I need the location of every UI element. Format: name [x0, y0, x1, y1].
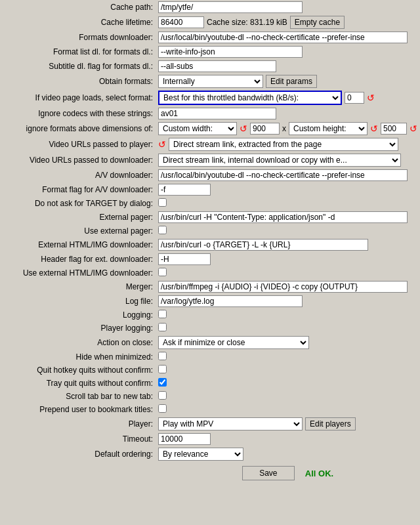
format-select-dropdown[interactable]: Best for this throttled bandwidth (kB/s)…	[158, 91, 342, 105]
label-prepend-user: Prepend user to bookmark titles:	[0, 403, 156, 416]
row-save: Save All OK.	[0, 462, 420, 484]
label-hide-minimized: Hide when minimized:	[0, 350, 156, 364]
row-use-external-pager: Use external pager:	[0, 224, 420, 238]
row-subtitle-dl: Subtitle dl. flag for formats dl.:	[0, 59, 420, 74]
row-ext-html-downloader: External HTML/IMG downloader:	[0, 238, 420, 252]
label-player-logging: Player logging:	[0, 322, 156, 335]
custom-width-select[interactable]: Custom width:	[158, 122, 237, 135]
use-ext-html-checkbox[interactable]	[158, 268, 167, 276]
video-urls-downloader-select[interactable]: Direct stream link, internal download or…	[158, 154, 401, 167]
no-target-dialog-checkbox[interactable]	[158, 198, 167, 207]
width-value-input[interactable]	[250, 123, 280, 135]
edit-players-button[interactable]: Edit players	[305, 417, 356, 430]
label-action-on-close: Action on close:	[0, 335, 156, 350]
label-ignore-codecs: Ignore codecs with these strings:	[0, 106, 156, 121]
label-quit-hotkey: Quit hotkey quits without confirm:	[0, 364, 156, 377]
bandwidth-value-input[interactable]	[345, 92, 364, 104]
height-value-input[interactable]	[381, 123, 407, 135]
player-select[interactable]: Play with MPV	[158, 417, 303, 430]
ignore-codecs-input[interactable]	[158, 108, 276, 119]
log-file-input[interactable]	[158, 295, 303, 307]
label-scroll-tab: Scroll tab bar to new tab:	[0, 390, 156, 403]
label-no-target-dialog: Do not ask for TARGET by dialog:	[0, 197, 156, 210]
label-format-list-dl: Format list dl. for formats dl.:	[0, 45, 156, 59]
row-obtain-formats: Obtain formats: Internally Edit params	[0, 74, 420, 89]
player-url-arrow-icon[interactable]: ↺	[158, 139, 166, 150]
row-formats-downloader: Formats downloader:	[0, 30, 420, 45]
label-timeout: Timeout:	[0, 432, 156, 446]
row-ignore-codecs: Ignore codecs with these strings:	[0, 106, 420, 121]
row-tray-quit: Tray quit quits without confirm:	[0, 377, 420, 390]
label-formats-downloader: Formats downloader:	[0, 30, 156, 45]
av-downloader-input[interactable]	[158, 169, 408, 181]
video-urls-player-select[interactable]: Direct stream link, extracted from the p…	[169, 138, 398, 151]
label-format-flag-av: Format flag for A/V downloader:	[0, 182, 156, 197]
label-log-file: Log file:	[0, 294, 156, 308]
format-arrow-icon[interactable]: ↺	[367, 93, 375, 103]
row-hide-minimized: Hide when minimized:	[0, 350, 420, 364]
label-use-ext-html: Use external HTML/IMG downloader:	[0, 266, 156, 280]
obtain-formats-select[interactable]: Internally	[158, 75, 263, 88]
row-prepend-user: Prepend user to bookmark titles:	[0, 403, 420, 416]
cache-path-input[interactable]	[158, 1, 303, 13]
row-log-file: Log file:	[0, 294, 420, 308]
quit-hotkey-checkbox[interactable]	[158, 365, 167, 373]
use-external-pager-checkbox[interactable]	[158, 226, 167, 234]
merger-input[interactable]	[158, 281, 408, 293]
hide-minimized-checkbox[interactable]	[158, 352, 167, 360]
height-arrow2-icon[interactable]: ↺	[410, 123, 417, 134]
tray-quit-checkbox[interactable]	[158, 378, 167, 387]
timeout-input[interactable]	[158, 433, 211, 445]
custom-height-select[interactable]: Custom height:	[289, 122, 368, 135]
label-merger: Merger:	[0, 280, 156, 294]
subtitle-dl-input[interactable]	[158, 60, 276, 72]
label-header-flag-ext: Header flag for ext. downloader:	[0, 252, 156, 266]
label-ext-html-downloader: External HTML/IMG downloader:	[0, 238, 156, 252]
label-cache-path: Cache path:	[0, 0, 156, 14]
scroll-tab-checkbox[interactable]	[158, 391, 167, 400]
external-pager-input[interactable]	[158, 211, 408, 223]
label-tray-quit: Tray quit quits without confirm:	[0, 377, 156, 390]
action-on-close-select[interactable]: Ask if minimize or close	[158, 336, 309, 349]
ext-html-downloader-input[interactable]	[158, 239, 368, 251]
row-scroll-tab: Scroll tab bar to new tab:	[0, 390, 420, 403]
label-logging: Logging:	[0, 308, 156, 322]
player-logging-checkbox[interactable]	[158, 323, 167, 331]
status-label: All OK.	[305, 469, 333, 478]
row-format-list-dl: Format list dl. for formats dl.:	[0, 45, 420, 59]
default-ordering-select[interactable]: By relevance	[158, 448, 243, 461]
prepend-user-checkbox[interactable]	[158, 404, 167, 413]
label-video-urls-downloader: Video URLs passed to downloader:	[0, 152, 156, 168]
width-arrow-icon[interactable]: ↺	[240, 123, 247, 134]
label-format-select: If video page loads, select format:	[0, 89, 156, 106]
label-default-ordering: Default ordering:	[0, 446, 156, 462]
logging-checkbox[interactable]	[158, 310, 167, 318]
formats-downloader-input[interactable]	[158, 32, 408, 43]
header-flag-ext-input[interactable]	[158, 253, 211, 265]
save-button[interactable]: Save	[242, 466, 295, 480]
height-arrow-icon[interactable]: ↺	[370, 123, 378, 134]
row-quit-hotkey: Quit hotkey quits without confirm:	[0, 364, 420, 377]
format-list-dl-input[interactable]	[158, 46, 303, 58]
label-video-urls-player: Video URLs passed to player:	[0, 136, 156, 152]
edit-params-button[interactable]: Edit params	[266, 75, 317, 88]
empty-cache-button[interactable]: Empty cache	[290, 16, 345, 29]
row-timeout: Timeout:	[0, 432, 420, 446]
label-cache-lifetime: Cache lifetime:	[0, 14, 156, 30]
row-action-on-close: Action on close: Ask if minimize or clos…	[0, 335, 420, 350]
row-format-flag-av: Format flag for A/V downloader:	[0, 182, 420, 197]
row-external-pager: External pager:	[0, 210, 420, 224]
row-format-select: If video page loads, select format: Best…	[0, 89, 420, 106]
settings-table: Cache path: Cache lifetime: Cache size: …	[0, 0, 420, 484]
label-player: Player:	[0, 416, 156, 432]
cache-lifetime-input[interactable]	[158, 16, 204, 28]
label-external-pager: External pager:	[0, 210, 156, 224]
row-logging: Logging:	[0, 308, 420, 322]
label-ignore-dimensions: ignore formats above dimensions of:	[0, 121, 156, 136]
label-subtitle-dl: Subtitle dl. flag for formats dl.:	[0, 59, 156, 74]
cache-size-label: Cache size: 831.19 kiB	[207, 18, 287, 27]
format-flag-av-input[interactable]	[158, 184, 211, 196]
row-video-urls-downloader: Video URLs passed to downloader: Direct …	[0, 152, 420, 168]
label-av-downloader: A/V downloader:	[0, 168, 156, 182]
row-default-ordering: Default ordering: By relevance	[0, 446, 420, 462]
